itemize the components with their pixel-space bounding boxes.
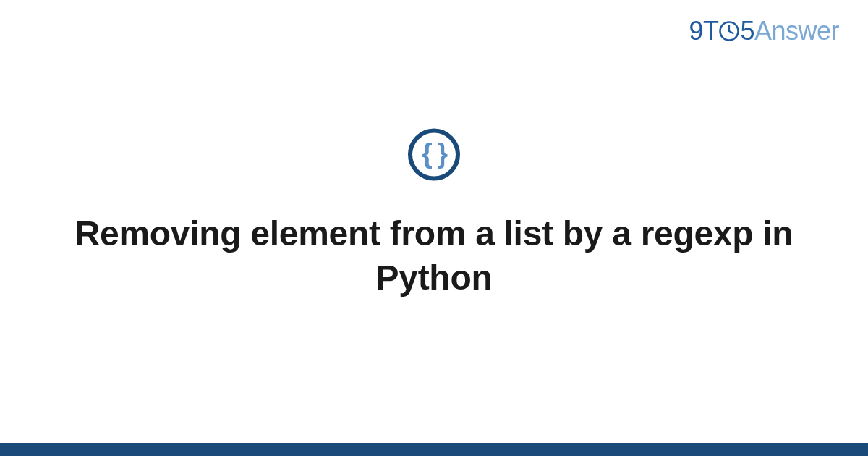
footer-accent-bar [0, 443, 868, 456]
category-icon-circle: { } [408, 129, 460, 181]
site-logo: 9T5Answer [689, 16, 839, 46]
logo-text-5: 5 [740, 16, 754, 46]
logo-text-9t: 9T [689, 16, 718, 46]
page-title: Removing element from a list by a regexp… [43, 211, 825, 300]
svg-line-2 [729, 31, 733, 33]
logo-clock-icon [718, 20, 740, 42]
hero-content: { } Removing element from a list by a re… [0, 129, 868, 300]
logo-text-answer: Answer [754, 16, 839, 46]
code-braces-icon: { } [422, 140, 446, 170]
